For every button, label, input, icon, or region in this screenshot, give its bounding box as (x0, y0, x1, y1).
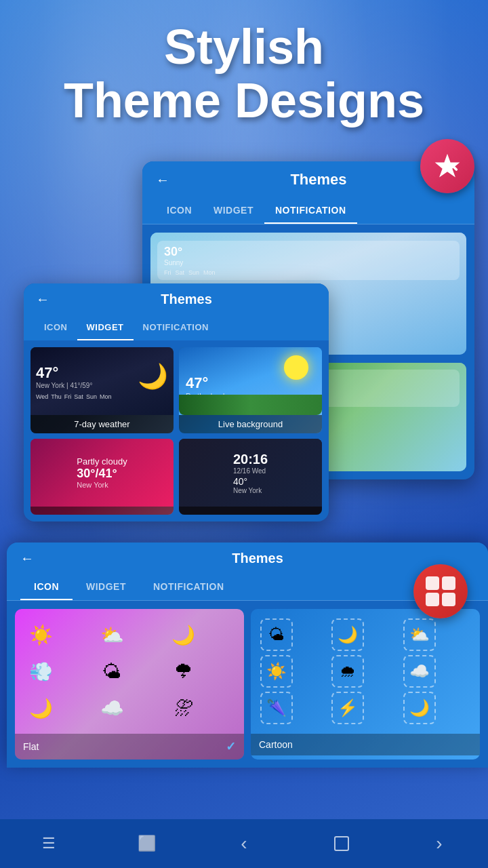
headline-line2: Theme Designs (0, 74, 488, 127)
fab-cell-4 (442, 593, 455, 606)
icon-theme-grid: ☀️ ⛅ 🌙 💨 🌤 🌩 🌙 ☁️ ⛈ Flat ✓ 🌤 🌙 ⛅ ☀️ (7, 601, 488, 768)
night-days: Wed Thu Fri Sat Sun Mon (36, 393, 168, 400)
nav-back[interactable]: ‹ (224, 823, 264, 864)
nav-bar: ☰ ⬜ ‹ › (0, 819, 488, 868)
headline-line1: Stylish (0, 20, 488, 74)
flat-check: ✓ (226, 739, 236, 754)
flat-icon-5: 🌤 (96, 655, 128, 688)
cartoon-icon-2: 🌙 (331, 618, 364, 651)
purple-img: Partly cloudy 30°/41° New York (30, 439, 174, 507)
flat-label-row: Flat ✓ (15, 734, 244, 760)
headline: Stylish Theme Designs (0, 20, 488, 127)
tab-widget-mid[interactable]: WIDGET (77, 315, 134, 340)
panel-back-back-button[interactable]: ← (156, 172, 169, 188)
fab-grid-icon (423, 574, 458, 609)
menu-icon: ☰ (42, 835, 56, 852)
night-content: 47° New York | 41°/59° 🌙 Wed Thu Fri Sat… (30, 357, 174, 406)
flat-icon-1: ☀️ (24, 618, 57, 651)
panel-back-title: Themes (176, 171, 461, 189)
star-pencil-icon (432, 151, 462, 181)
flat-icon-6: 🌩 (167, 655, 200, 688)
panel-front-back-button[interactable]: ← (20, 551, 34, 566)
flat-theme-card[interactable]: ☀️ ⛅ 🌙 💨 🌤 🌩 🌙 ☁️ ⛈ Flat ✓ (15, 609, 244, 760)
cartoon-icon-5: 🌧 (331, 655, 364, 688)
flat-icon-grid: ☀️ ⛅ 🌙 💨 🌤 🌩 🌙 ☁️ ⛈ (15, 609, 244, 734)
purple-label (30, 507, 174, 515)
live-temp: 47° (186, 374, 315, 392)
fab-cell-3 (426, 593, 439, 606)
moon-icon: 🌙 (138, 362, 168, 391)
cartoon-icon-1: 🌤 (260, 618, 293, 651)
back-icon: ‹ (241, 833, 247, 854)
widget-theme-grid: 47° New York | 41°/59° 🌙 Wed Thu Fri Sat… (24, 340, 329, 521)
dark-widget-img: 20:16 12/16 Wed 40° New York (179, 439, 322, 507)
home-icon: ⬜ (138, 835, 156, 852)
fab-cell-2 (442, 576, 455, 590)
cartoon-label-row: Cartoon (251, 734, 480, 755)
star-badge[interactable] (420, 139, 474, 193)
flat-icon-9: ⛈ (167, 692, 200, 724)
panel-front-title: Themes (41, 551, 474, 566)
flat-label: Flat (23, 741, 39, 752)
tab-notification-back[interactable]: NOTIFICATION (264, 198, 357, 224)
panel-front-header: ← Themes (7, 542, 488, 574)
recent-icon (334, 836, 349, 851)
live-bg-img: 47° Partly cloudy New York (179, 347, 322, 415)
flat-icon-7: 🌙 (24, 692, 57, 724)
nav-forward[interactable]: › (419, 823, 460, 864)
tab-widget-back[interactable]: WIDGET (203, 198, 264, 224)
cartoon-icon-grid: 🌤 🌙 ⛅ ☀️ 🌧 ☁️ 🌂 ⚡ 🌙 (251, 609, 480, 734)
dark-widget-card[interactable]: 20:16 12/16 Wed 40° New York (179, 439, 322, 515)
panel-mid-tabs: ICON WIDGET NOTIFICATION (24, 315, 329, 340)
nav-menu[interactable]: ☰ (28, 823, 69, 864)
live-bg-label: Live background (179, 415, 322, 433)
night-sub: New York | 41°/59° (36, 382, 92, 389)
widget-overlay: 30° Sunny Fri Sat Sun Mon (157, 241, 460, 284)
purple-card[interactable]: Partly cloudy 30°/41° New York (30, 439, 174, 515)
flat-icon-3: 🌙 (167, 618, 200, 651)
night-temp: 47° (36, 364, 92, 382)
panel-back-tabs: ICON WIDGET NOTIFICATION (142, 198, 474, 224)
flat-icon-8: ☁️ (96, 692, 128, 724)
7day-night-label: 7-day weather (30, 415, 174, 433)
7day-night-card[interactable]: 47° New York | 41°/59° 🌙 Wed Thu Fri Sat… (30, 347, 174, 433)
dark-label (179, 507, 322, 515)
panel-mid-title: Themes (56, 292, 317, 307)
tab-icon-back[interactable]: ICON (156, 198, 203, 224)
tab-icon-front[interactable]: ICON (20, 574, 73, 600)
tab-icon-mid[interactable]: ICON (35, 315, 77, 340)
cartoon-icon-4: ☀️ (260, 655, 293, 688)
purple-content: Partly cloudy 30°/41° New York (77, 456, 127, 489)
flat-icon-4: 💨 (24, 655, 57, 688)
tab-widget-front[interactable]: WIDGET (73, 574, 140, 600)
tab-notification-front[interactable]: NOTIFICATION (140, 574, 238, 600)
forward-icon: › (436, 833, 442, 854)
cartoon-icon-6: ☁️ (403, 655, 436, 688)
night-weather-img: 47° New York | 41°/59° 🌙 Wed Thu Fri Sat… (30, 347, 174, 415)
cartoon-icon-8: ⚡ (331, 692, 364, 724)
landscape-strip (179, 395, 322, 415)
themes-panel-mid: ← Themes ICON WIDGET NOTIFICATION 47° Ne… (24, 283, 329, 521)
cartoon-icon-9: 🌙 (403, 692, 436, 724)
cartoon-label: Cartoon (259, 739, 293, 750)
tab-notification-mid[interactable]: NOTIFICATION (134, 315, 218, 340)
temp-widget: 30° Sunny Fri Sat Sun Mon (157, 241, 460, 280)
themes-panel-front: ← Themes ICON WIDGET NOTIFICATION ☀️ ⛅ 🌙… (7, 542, 488, 768)
panel-mid-header: ← Themes (24, 283, 329, 315)
panel-mid-back-button[interactable]: ← (36, 292, 49, 307)
nav-home[interactable]: ⬜ (126, 823, 167, 864)
live-bg-card[interactable]: 47° Partly cloudy New York Live backgrou… (179, 347, 322, 433)
cartoon-icon-7: 🌂 (260, 692, 293, 724)
fab-cell-1 (426, 576, 439, 590)
nav-recent[interactable] (321, 823, 362, 864)
cartoon-theme-card[interactable]: 🌤 🌙 ⛅ ☀️ 🌧 ☁️ 🌂 ⚡ 🌙 Cartoon (251, 609, 480, 760)
dark-content: 20:16 12/16 Wed 40° New York (233, 452, 268, 494)
svg-marker-0 (435, 154, 460, 178)
cartoon-icon-3: ⛅ (403, 618, 436, 651)
flat-icon-2: ⛅ (96, 618, 128, 651)
fab-grid-button[interactable] (413, 564, 468, 618)
